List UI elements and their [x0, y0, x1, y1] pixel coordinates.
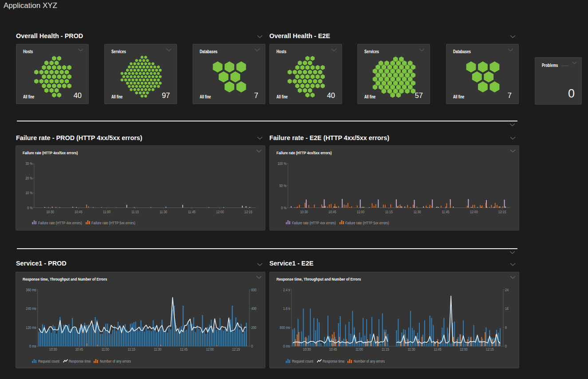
svg-text:10:45: 10:45 — [329, 347, 337, 352]
svg-text:10:45: 10:45 — [75, 347, 83, 352]
svg-text:12:00: 12:00 — [206, 347, 214, 352]
svg-text:12:15: 12:15 — [486, 347, 494, 352]
svg-text:50 %: 50 % — [279, 184, 286, 188]
svg-text:Failure rate (HTTP 4xx/5xx err: Failure rate (HTTP 4xx/5xx errors) — [23, 150, 78, 155]
svg-text:12:00: 12:00 — [460, 347, 468, 352]
svg-text:10 %: 10 % — [25, 191, 32, 195]
svg-text:11:15: 11:15 — [128, 347, 135, 352]
svg-text:600: 600 — [251, 288, 257, 292]
svg-text:12:15: 12:15 — [498, 210, 506, 214]
svg-text:12:15: 12:15 — [232, 347, 240, 352]
svg-text:11:15: 11:15 — [385, 210, 393, 214]
svg-text:100 %: 100 % — [278, 161, 287, 166]
svg-text:Response time, Throughput and: Response time, Throughput and Number of … — [276, 277, 361, 281]
svg-text:12:15: 12:15 — [245, 210, 253, 214]
svg-text:11:45: 11:45 — [434, 347, 442, 352]
svg-text:800 ms: 800 ms — [280, 325, 290, 330]
svg-text:120 ms: 120 ms — [26, 325, 36, 330]
svg-text:12:00: 12:00 — [470, 210, 478, 214]
svg-text:10:45: 10:45 — [75, 210, 83, 214]
svg-text:0 %: 0 % — [281, 206, 286, 210]
svg-text:10:30: 10:30 — [303, 347, 311, 352]
svg-text:360 ms: 360 ms — [26, 288, 36, 292]
svg-text:11:00: 11:00 — [355, 347, 363, 352]
svg-text:20 %: 20 % — [25, 176, 32, 180]
svg-text:1.6 s: 1.6 s — [283, 306, 290, 311]
svg-text:Failure rate (HTTP 4xx/5xx err: Failure rate (HTTP 4xx/5xx errors) — [276, 150, 331, 155]
svg-text:10:45: 10:45 — [328, 210, 336, 214]
svg-text:200: 200 — [251, 325, 257, 330]
svg-text:0: 0 — [505, 344, 507, 348]
svg-text:11:00: 11:00 — [103, 210, 110, 214]
svg-text:11:30: 11:30 — [414, 210, 421, 214]
svg-text:Response time, Throughput and: Response time, Throughput and Number of … — [23, 277, 107, 281]
svg-text:10:30: 10:30 — [46, 210, 54, 214]
svg-text:11:30: 11:30 — [154, 347, 162, 352]
svg-text:24: 24 — [505, 288, 509, 292]
svg-text:2.4 s: 2.4 s — [283, 288, 290, 292]
svg-text:0 ms: 0 ms — [29, 344, 36, 348]
svg-text:11:00: 11:00 — [357, 210, 364, 214]
svg-text:0 %: 0 % — [27, 206, 32, 210]
svg-text:400: 400 — [251, 306, 257, 311]
svg-text:0 ms: 0 ms — [283, 344, 290, 348]
svg-text:11:45: 11:45 — [180, 347, 188, 352]
svg-text:10:30: 10:30 — [49, 347, 57, 352]
svg-text:11:15: 11:15 — [382, 347, 389, 352]
svg-text:16: 16 — [505, 306, 509, 311]
svg-text:0: 0 — [251, 344, 253, 348]
svg-text:11:45: 11:45 — [442, 210, 449, 214]
svg-text:11:30: 11:30 — [408, 347, 415, 352]
svg-text:11:45: 11:45 — [188, 210, 195, 214]
svg-text:11:15: 11:15 — [131, 210, 139, 214]
svg-text:8: 8 — [505, 325, 507, 330]
svg-text:10:30: 10:30 — [300, 210, 308, 214]
svg-text:240 ms: 240 ms — [26, 306, 36, 311]
svg-text:12:00: 12:00 — [216, 210, 224, 214]
svg-text:30 %: 30 % — [25, 161, 32, 166]
svg-text:11:00: 11:00 — [102, 347, 109, 352]
svg-text:11:30: 11:30 — [160, 210, 167, 214]
